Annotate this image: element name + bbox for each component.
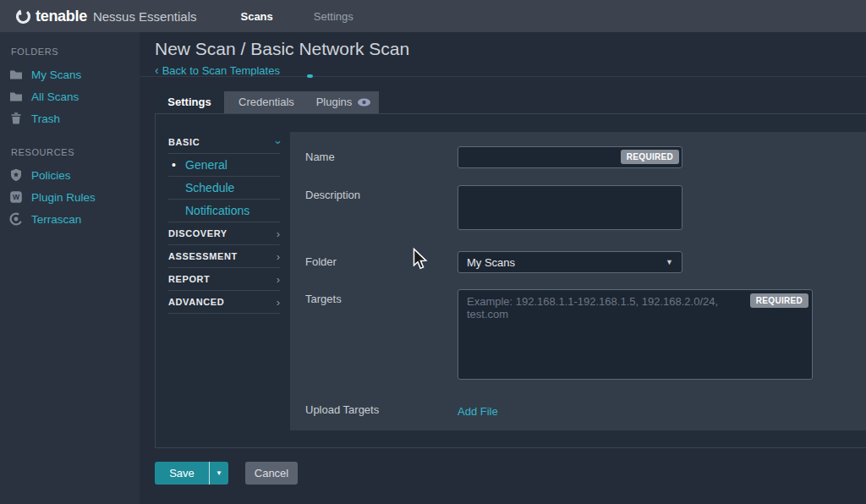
targets-row: Targets REQUIRED	[305, 289, 866, 383]
back-link-label: Back to Scan Templates	[162, 64, 280, 77]
required-badge: REQUIRED	[750, 293, 808, 308]
folders-group-title: FOLDERS	[0, 44, 140, 59]
subnav-section-discovery[interactable]: DISCOVERY ›	[168, 222, 280, 245]
dropdown-caret-icon: ▼	[666, 258, 673, 266]
name-row: Name REQUIRED	[305, 146, 866, 168]
chevron-right-icon: ›	[277, 222, 280, 245]
shield-icon	[9, 168, 23, 182]
chevron-right-icon: ›	[277, 291, 280, 314]
sidebar-group-resources: RESOURCES Policies W Plugin Rule	[0, 145, 140, 230]
folder-select[interactable]: My Scans ▼	[458, 251, 682, 273]
save-options-button[interactable]: ▼	[209, 462, 228, 485]
upload-targets-row: Upload Targets Add File	[305, 403, 866, 419]
dropdown-caret-icon: ▼	[216, 469, 222, 477]
active-bullet-icon: •	[172, 154, 176, 177]
panel-body: BASIC › • General Schedule Notifications	[155, 113, 866, 448]
chevron-down-icon: ›	[266, 140, 289, 144]
brand-name: tenable	[36, 8, 87, 25]
scan-settings-panel: Settings Credentials Plugins	[155, 91, 866, 448]
subnav-section-label: BASIC	[168, 131, 200, 154]
back-to-templates-link[interactable]: ‹Back to Scan Templates	[140, 59, 866, 77]
subnav-section-label: DISCOVERY	[168, 222, 227, 245]
subnav-item-label: General	[185, 154, 227, 177]
description-input[interactable]	[458, 185, 682, 230]
add-file-link[interactable]: Add File	[458, 405, 498, 418]
save-split-button: Save ▼	[155, 462, 228, 485]
subnav-item-label: Schedule	[185, 177, 234, 200]
back-chevron-icon: ‹	[155, 63, 159, 77]
cancel-button[interactable]: Cancel	[245, 462, 298, 485]
required-badge: REQUIRED	[621, 150, 679, 164]
sidebar-item-trash[interactable]: Trash	[0, 107, 140, 129]
sidebar-item-plugin-rules[interactable]: W Plugin Rules	[0, 186, 140, 208]
chevron-right-icon: ›	[277, 245, 280, 268]
sidebar-item-all-scans[interactable]: All Scans	[0, 85, 140, 107]
sidebar-item-label: Trash	[31, 112, 60, 125]
eye-icon	[357, 97, 371, 107]
sidebar-item-label: All Scans	[31, 90, 79, 103]
sidebar: FOLDERS My Scans All Scans	[0, 32, 140, 504]
header-divider	[140, 76, 866, 77]
folder-icon	[9, 68, 23, 81]
plugin-icon: W	[9, 190, 23, 204]
tab-plugins[interactable]: Plugins	[309, 91, 379, 113]
page-title: New Scan / Basic Network Scan	[140, 32, 866, 59]
subnav-section-assessment[interactable]: ASSESSMENT ›	[168, 245, 280, 268]
tab-credentials[interactable]: Credentials	[224, 91, 309, 113]
subnav-section-label: ASSESSMENT	[168, 245, 238, 268]
tab-label: Settings	[167, 91, 211, 113]
nessus-app: tenable Nessus Essentials Scans Settings…	[0, 0, 866, 504]
tenable-logo-icon	[15, 8, 31, 25]
subnav-section-report[interactable]: REPORT ›	[168, 268, 280, 291]
tab-bar: Settings Credentials Plugins	[155, 91, 866, 113]
nav-settings[interactable]: Settings	[293, 10, 374, 23]
resources-group-title: RESOURCES	[0, 145, 140, 160]
divider-indicator-dot	[307, 74, 313, 78]
subnav-section-basic[interactable]: BASIC ›	[168, 131, 280, 154]
tab-settings[interactable]: Settings	[155, 91, 224, 113]
top-nav: Scans Settings	[220, 10, 373, 23]
subnav-item-notifications[interactable]: Notifications	[168, 200, 280, 222]
subnav-section-advanced[interactable]: ADVANCED ›	[168, 291, 280, 314]
settings-subnav: BASIC › • General Schedule Notifications	[168, 131, 280, 314]
subnav-section-label: ADVANCED	[168, 291, 224, 314]
svg-text:W: W	[13, 193, 20, 201]
save-button[interactable]: Save	[155, 462, 209, 485]
brand-product: Nessus Essentials	[93, 9, 197, 24]
terrascan-icon	[9, 212, 23, 226]
folder-icon	[9, 90, 23, 103]
sidebar-item-label: Policies	[31, 169, 71, 182]
top-bar: tenable Nessus Essentials Scans Settings	[0, 0, 866, 32]
description-row: Description	[305, 185, 866, 233]
subnav-section-label: REPORT	[168, 268, 210, 291]
sidebar-item-terrascan[interactable]: Terrascan	[0, 208, 140, 230]
folder-label: Folder	[305, 251, 458, 273]
tenable-logo[interactable]: tenable Nessus Essentials	[15, 8, 196, 25]
name-label: Name	[305, 146, 458, 168]
general-settings-form: Name REQUIRED Description Folder	[290, 132, 866, 430]
targets-label: Targets	[305, 289, 458, 383]
sidebar-item-label: Plugin Rules	[31, 191, 96, 204]
subnav-item-schedule[interactable]: Schedule	[168, 177, 280, 200]
folder-row: Folder My Scans ▼	[305, 251, 866, 273]
sidebar-item-my-scans[interactable]: My Scans	[0, 63, 140, 85]
form-actions: Save ▼ Cancel	[155, 462, 298, 485]
chevron-right-icon: ›	[277, 268, 280, 291]
main-content: New Scan / Basic Network Scan ‹Back to S…	[140, 32, 866, 504]
sidebar-item-label: My Scans	[31, 68, 81, 81]
sidebar-item-label: Terrascan	[31, 213, 81, 226]
description-label: Description	[305, 185, 458, 233]
tab-label: Credentials	[238, 91, 294, 113]
tab-label: Plugins	[316, 91, 353, 113]
sidebar-group-folders: FOLDERS My Scans All Scans	[0, 44, 140, 129]
subnav-item-general[interactable]: • General	[168, 154, 280, 177]
subnav-item-label: Notifications	[185, 200, 249, 222]
upload-targets-label: Upload Targets	[305, 403, 458, 419]
trash-icon	[9, 112, 23, 125]
folder-selected-value: My Scans	[467, 256, 515, 269]
nav-scans[interactable]: Scans	[220, 10, 293, 23]
sidebar-item-policies[interactable]: Policies	[0, 164, 140, 186]
